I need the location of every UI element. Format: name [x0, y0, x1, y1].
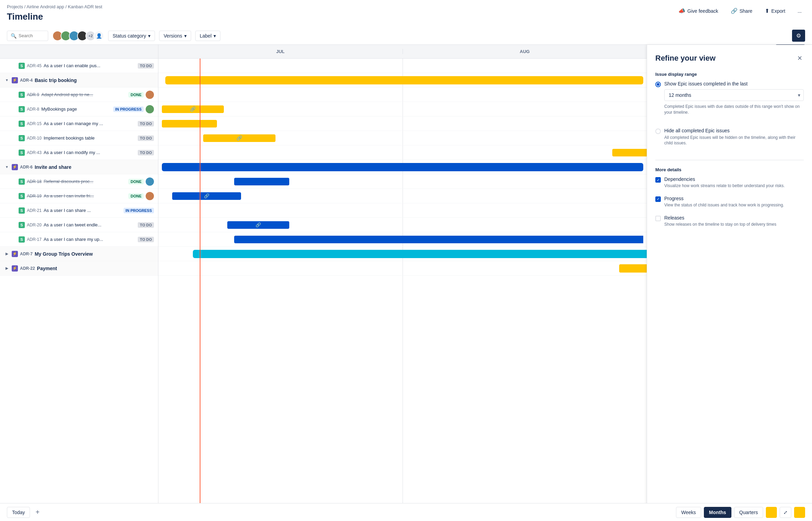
- expand-fullscreen-button[interactable]: ⤢: [780, 507, 791, 518]
- avatar: [146, 192, 154, 200]
- table-row[interactable]: ▶ S ADR-8 MyBookings page IN PROGRESS: [0, 102, 158, 116]
- table-row[interactable]: ▶ S ADR-15 As a user I can manage my ...…: [0, 116, 158, 131]
- gantt-bar[interactable]: 🔗: [203, 134, 275, 142]
- gantt-bar[interactable]: [162, 120, 217, 127]
- checkbox-releases[interactable]: [655, 216, 661, 221]
- gantt-row[interactable]: [158, 203, 647, 218]
- expand-button[interactable]: ▶: [4, 251, 10, 257]
- table-row[interactable]: ▶ ⚡ ADR-22 Payment: [0, 261, 158, 276]
- section-issue-display-range: Issue display range: [655, 72, 804, 77]
- search-box[interactable]: 🔍: [7, 31, 48, 41]
- months-button[interactable]: Months: [704, 507, 731, 518]
- other-color-button[interactable]: [794, 507, 805, 518]
- gantt-month-aug: AUG: [403, 49, 647, 54]
- gantt-row[interactable]: [158, 232, 647, 247]
- epic-icon: ⚡: [12, 164, 18, 170]
- table-row[interactable]: ▶ S ADR-21 As a user I can share ... IN …: [0, 203, 158, 218]
- table-row[interactable]: ▶ S ADR-9 Adapt Android app to ne... DON…: [0, 88, 158, 102]
- status-badge: DONE: [128, 179, 144, 184]
- checkbox-releases-option[interactable]: Releases Show releases on the timeline t…: [655, 215, 804, 227]
- story-icon: S: [19, 236, 25, 243]
- checkbox-dependencies[interactable]: ✓: [655, 177, 661, 183]
- checkbox-dependencies-option[interactable]: ✓ Dependencies Visualize how work stream…: [655, 176, 804, 189]
- gantt-bar[interactable]: [612, 149, 647, 156]
- add-button[interactable]: +: [33, 507, 42, 518]
- gantt-bar[interactable]: 🔗: [172, 192, 241, 200]
- avatar: [146, 177, 154, 186]
- table-row[interactable]: ▶ S ADR-17 As a user I can share my up..…: [0, 232, 158, 247]
- gantt-row[interactable]: 🔗: [158, 218, 647, 232]
- breadcrumb-board[interactable]: Kanban ADR test: [68, 4, 102, 9]
- expand-button[interactable]: ▼: [4, 164, 10, 170]
- table-row[interactable]: ▶ S ADR-45 As a user I can enable pus...…: [0, 59, 158, 73]
- gantt-bar[interactable]: [165, 76, 643, 84]
- label-filter[interactable]: Label ▾: [195, 31, 220, 41]
- search-input[interactable]: [19, 33, 43, 38]
- chevron-down-icon: ▾: [184, 33, 187, 39]
- today-button[interactable]: Today: [7, 507, 30, 518]
- weeks-button[interactable]: Weeks: [676, 507, 701, 518]
- gantt-row[interactable]: [158, 116, 647, 131]
- checkbox-progress-option[interactable]: ✓ Progress View the status of child issu…: [655, 196, 804, 208]
- gantt-bar[interactable]: [162, 163, 643, 171]
- issue-id: ADR-6: [20, 165, 33, 170]
- radio-button-hide-epic[interactable]: [655, 129, 661, 134]
- checkbox-progress[interactable]: ✓: [655, 196, 661, 202]
- gantt-bar[interactable]: [193, 250, 647, 258]
- refine-close-button[interactable]: ✕: [796, 53, 804, 63]
- issue-name: As a user I can modify my ...: [44, 150, 136, 155]
- status-category-filter[interactable]: Status category ▾: [108, 31, 155, 41]
- gantt-row[interactable]: [158, 145, 647, 160]
- status-badge: IN PROGRESS: [113, 106, 144, 112]
- export-button[interactable]: ⬆ Export: [761, 6, 789, 16]
- table-row[interactable]: ▶ S ADR-43 As a user I can modify my ...…: [0, 145, 158, 160]
- table-row[interactable]: ▶ S ADR-19 As a user I can invite fri...…: [0, 189, 158, 203]
- gantt-row[interactable]: 🔗: [158, 131, 647, 145]
- breadcrumb-app[interactable]: Airline Android app: [27, 4, 64, 9]
- gantt-row[interactable]: 🔗: [158, 102, 647, 116]
- gantt-row[interactable]: [158, 247, 647, 261]
- gantt-bar[interactable]: [619, 264, 647, 273]
- status-badge: TO DO: [138, 63, 154, 69]
- issue-name: As a user I can enable pus...: [44, 63, 136, 68]
- gantt-panel: JUL AUG 🔗: [158, 45, 647, 521]
- issue-name: MyBookings page: [41, 106, 111, 112]
- radio-show-epic-option[interactable]: Show Epic issues completed in the last 3…: [655, 81, 804, 122]
- avatar-add-button[interactable]: 👤: [94, 31, 104, 41]
- give-feedback-button[interactable]: 📣 Give feedback: [675, 6, 722, 16]
- color-button[interactable]: [766, 507, 777, 518]
- issue-list-header: [0, 45, 158, 59]
- quarters-button[interactable]: Quarters: [734, 507, 763, 518]
- share-button[interactable]: 🔗 Share: [727, 6, 756, 16]
- expand-button[interactable]: ▼: [4, 78, 10, 83]
- chevron-down-icon: ▾: [214, 33, 216, 39]
- gantt-row[interactable]: [158, 261, 647, 276]
- avatar: [146, 91, 154, 99]
- gantt-row[interactable]: 🔗: [158, 189, 647, 203]
- gantt-row[interactable]: [158, 174, 647, 189]
- gantt-bar[interactable]: [234, 178, 289, 185]
- table-row[interactable]: ▶ S ADR-18 Referral discounts proc... DO…: [0, 174, 158, 189]
- more-button[interactable]: ...: [794, 6, 805, 16]
- gantt-bar[interactable]: [234, 236, 643, 243]
- expand-button[interactable]: ▶: [4, 266, 10, 271]
- breadcrumb-projects[interactable]: Projects: [7, 4, 23, 9]
- radio-hide-epic-option[interactable]: Hide all completed Epic issues All compl…: [655, 128, 804, 153]
- table-row[interactable]: ▶ S ADR-20 As a user I can tweet endle..…: [0, 218, 158, 232]
- status-badge: TO DO: [138, 121, 154, 126]
- gantt-row[interactable]: [158, 88, 647, 102]
- radio-button-show-epic[interactable]: [655, 82, 661, 87]
- table-row[interactable]: ▶ S ADR-10 Implement bookings table TO D…: [0, 131, 158, 145]
- gantt-header: JUL AUG: [158, 45, 647, 59]
- gantt-bar[interactable]: 🔗: [227, 221, 289, 229]
- gantt-row[interactable]: [158, 73, 647, 88]
- view-settings-button[interactable]: ⚙ View settings: [792, 30, 805, 42]
- versions-filter[interactable]: Versions ▾: [159, 31, 191, 41]
- months-select[interactable]: 3 months 6 months 12 months 24 months: [664, 89, 804, 101]
- gantt-row[interactable]: [158, 160, 647, 174]
- table-row[interactable]: ▶ ⚡ ADR-7 My Group Trips Overview: [0, 247, 158, 261]
- table-row[interactable]: ▼ ⚡ ADR-4 Basic trip booking: [0, 73, 158, 88]
- gantt-row[interactable]: [158, 59, 647, 73]
- gantt-bar[interactable]: 🔗: [162, 105, 224, 113]
- table-row[interactable]: ▼ ⚡ ADR-6 Invite and share: [0, 160, 158, 174]
